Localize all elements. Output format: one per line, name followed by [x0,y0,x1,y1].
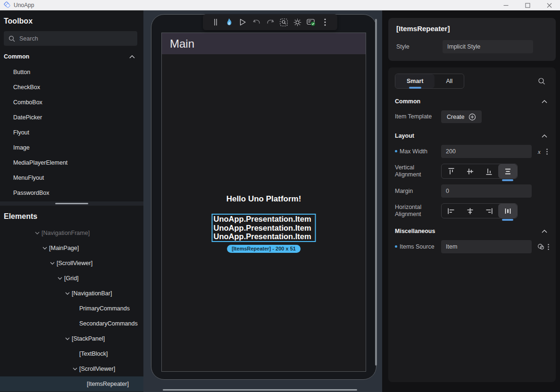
tree-item-mainpage[interactable]: [MainPage] [0,241,143,256]
toolbox-search[interactable] [4,31,137,46]
tab-smart[interactable]: Smart [395,74,435,88]
toolbox-section-common[interactable]: Common [0,46,143,65]
tree-item-scrollviewer[interactable]: [ScrollViewer] [0,256,143,271]
valign-center-button[interactable] [460,164,479,178]
tab-all[interactable]: All [435,74,464,88]
hot-reload-flame-icon[interactable] [222,14,236,30]
more-options-button[interactable] [318,14,332,30]
element-inspector-button[interactable] [277,14,291,30]
toolbox-item-button[interactable]: Button [0,65,143,80]
canvas-horizontal-scrollbar[interactable] [163,389,357,391]
tree-item-grid[interactable]: [Grid] [0,271,143,286]
items-source-input[interactable] [441,240,532,253]
style-input[interactable] [443,40,533,53]
create-item-template-button[interactable]: Create [441,110,482,123]
section-title: Layout [395,133,414,139]
halign-center-button[interactable] [460,204,479,218]
hello-textblock[interactable]: Hello Uno Platform! [162,194,366,204]
halign-left-button[interactable] [442,204,460,218]
close-button[interactable] [538,0,560,10]
tree-item-label: SecondaryCommands [79,320,138,327]
toolbox-item-passwordbox[interactable]: PasswordBox [0,185,143,200]
chevron-up-icon [542,230,547,233]
tree-item-textblock[interactable]: [TextBlock] [0,346,143,361]
tree-item-label: PrimaryCommands [79,305,130,312]
selected-option-indicator [502,179,513,181]
tree-item-secondarycommands[interactable]: SecondaryCommands [0,316,143,331]
valign-bottom-button[interactable] [479,164,498,178]
chevron-down-icon[interactable] [63,292,72,295]
play-button[interactable] [236,14,250,30]
maximize-button[interactable] [517,0,538,10]
toolbox-item-combobox[interactable]: ComboBox [0,95,143,110]
itemsrepeater-selection[interactable]: UnoApp.Presentation.Item UnoApp.Presenta… [212,214,316,242]
designer-toolbar [203,14,337,30]
toolbar-drag-handle[interactable] [209,14,222,30]
binding-icon[interactable] [537,243,545,250]
more-options-icon[interactable] [548,244,549,250]
undo-button[interactable] [250,14,263,30]
properties-panel: [ItemsRepeater] Style Smart All [382,10,560,392]
app-content: Hello Uno Platform! UnoApp.Presentation.… [162,54,366,371]
tree-item-navigationbar[interactable]: [NavigationBar] [0,286,143,301]
chevron-down-icon[interactable] [48,262,57,265]
chevron-down-icon[interactable] [41,247,49,250]
section-layout[interactable]: Layout [395,133,549,139]
device-screen: Main Hello Uno Platform! UnoApp.Presenta… [161,33,366,372]
toolbox-item-datepicker[interactable]: DatePicker [0,110,143,125]
properties-search-icon[interactable] [538,77,545,85]
toolbox-item-menuflyout[interactable]: MenuFlyout [0,170,143,185]
valign-top-button[interactable] [442,164,460,178]
elements-title: Elements [0,206,143,225]
toolbox-item-flyout[interactable]: Flyout [0,125,143,140]
uno-platform-logo-icon [4,1,11,8]
toolbox-search-input[interactable] [19,35,133,42]
tree-item-stackpanel[interactable]: [StackPanel] [0,331,143,346]
window-title: UnoApp [14,2,34,8]
items-source-label: Items Source [395,243,441,250]
section-miscellaneous[interactable]: Miscellaneous [395,228,549,234]
tree-item-itemsrepeater[interactable]: [ItemsRepeater] [0,376,143,392]
repeater-item[interactable]: UnoApp.Presentation.Item [214,215,315,224]
plus-circle-icon [468,113,476,121]
chevron-down-icon[interactable] [71,367,79,370]
halign-right-button[interactable] [479,204,498,218]
tree-item-label: [NavigationFrame] [42,230,90,236]
search-icon [8,35,15,42]
more-options-icon[interactable] [546,149,548,155]
section-common[interactable]: Common [395,98,549,105]
tree-item-scrollviewer-2[interactable]: [ScrollViewer] [0,361,143,376]
properties-card: Smart All Common Item Template Create [388,67,556,382]
tree-item-label: [StackPanel] [72,335,105,342]
chevron-up-icon [542,134,547,138]
toolbox-section-label: Common [4,53,29,60]
halign-stretch-button[interactable] [498,204,517,218]
repeater-item[interactable]: UnoApp.Presentation.Item [214,232,315,241]
panel-splitter[interactable] [0,201,143,206]
chevron-down-icon[interactable] [33,232,42,234]
repeater-item[interactable]: UnoApp.Presentation.Item [214,224,315,233]
theme-toggle-button[interactable] [291,14,304,30]
margin-label: Margin [395,188,441,195]
horizontal-alignment-label: Horizontal Alignment [395,204,441,218]
chevron-down-icon[interactable] [63,337,72,340]
toolbox-item-mediaplayerelement[interactable]: MediaPlayerElement [0,155,143,170]
chevron-down-icon[interactable] [56,277,64,280]
tree-item-label: [ScrollViewer] [79,366,115,372]
max-width-input[interactable] [441,145,532,158]
max-width-label: Max Width [395,148,441,155]
selection-size-badge: [ItemsRepeater] - 200 x 51 [227,245,301,253]
redo-button[interactable] [263,14,277,30]
horizontal-alignment-control [441,203,518,218]
toolbox-item-checkbox[interactable]: CheckBox [0,80,143,95]
tree-item-primarycommands[interactable]: PrimaryCommands [0,301,143,316]
valign-stretch-button[interactable] [498,164,517,178]
margin-input[interactable] [441,184,532,198]
expression-icon[interactable]: x [537,148,543,155]
canvas-vertical-scrollbar[interactable] [375,19,377,366]
tree-item-navigationframe[interactable]: [NavigationFrame] [0,225,143,241]
toolbox-item-image[interactable]: Image [0,140,143,155]
minimize-button[interactable] [495,0,517,10]
hot-reload-status-icon[interactable] [304,14,318,30]
tree-item-label: [TextBlock] [79,350,108,357]
